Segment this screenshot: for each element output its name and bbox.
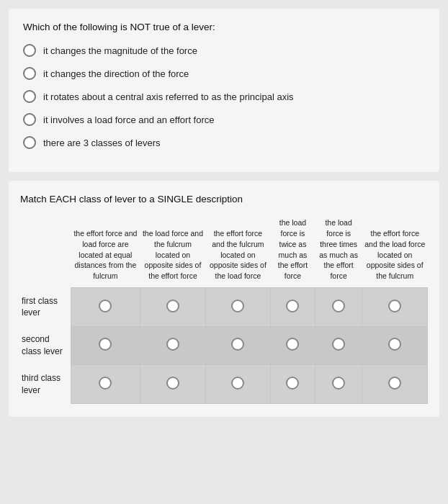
col-header-3: the effort force and the fulcrum located…	[205, 215, 270, 288]
match-cell-r3-c3[interactable]	[205, 365, 270, 404]
radio-1[interactable]	[23, 44, 36, 57]
match-radio-r3-c6[interactable]	[388, 377, 401, 390]
option-row-5: there are 3 classes of levers	[23, 136, 425, 149]
match-cell-r2-c1[interactable]	[71, 326, 140, 365]
match-cell-r1-c6[interactable]	[362, 288, 428, 327]
match-cell-r1-c3[interactable]	[205, 288, 270, 327]
match-radio-r3-c4[interactable]	[286, 377, 299, 390]
option-label-5: there are 3 classes of levers	[43, 138, 161, 148]
row-label-2: second class lever	[20, 326, 71, 365]
match-cell-r1-c2[interactable]	[140, 288, 205, 327]
question2-title: Match EACH class of lever to a SINGLE de…	[20, 194, 428, 204]
match-radio-r3-c5[interactable]	[332, 377, 345, 390]
radio-5[interactable]	[23, 136, 36, 149]
match-row-3: third class lever	[20, 365, 428, 404]
radio-3[interactable]	[23, 90, 36, 103]
row-label-3: third class lever	[20, 365, 71, 404]
option-label-4: it involves a load force and an effort f…	[43, 114, 215, 125]
match-cell-r2-c3[interactable]	[205, 326, 270, 365]
option-row-3: it rotates about a central axis referred…	[23, 90, 425, 103]
match-radio-r3-c3[interactable]	[231, 377, 244, 390]
match-radio-r1-c2[interactable]	[166, 300, 179, 312]
match-cell-r2-c6[interactable]	[362, 326, 428, 365]
option-row-1: it changes the magnitude of the force	[23, 44, 425, 57]
option-row-4: it involves a load force and an effort f…	[23, 113, 425, 126]
match-cell-r3-c2[interactable]	[140, 365, 205, 404]
match-radio-r2-c6[interactable]	[388, 338, 401, 351]
row-label-1: first class lever	[20, 288, 71, 327]
match-cell-r3-c6[interactable]	[362, 365, 428, 404]
match-radio-r1-c1[interactable]	[99, 300, 112, 312]
radio-4[interactable]	[23, 113, 36, 126]
col-header-6: the effort force and the load force loca…	[362, 215, 428, 288]
match-cell-r3-c4[interactable]	[271, 365, 315, 404]
option-label-2: it changes the direction of the force	[43, 68, 189, 79]
option-label-1: it changes the magnitude of the force	[43, 45, 197, 56]
option-label-3: it rotates about a central axis referred…	[43, 91, 294, 102]
match-row-1: first class lever	[20, 288, 428, 327]
col-header-4: the load force is twice as much as the e…	[271, 215, 315, 288]
match-radio-r2-c3[interactable]	[231, 338, 244, 351]
match-radio-r1-c4[interactable]	[286, 300, 299, 312]
question1-title: Which of the following is NOT true of a …	[23, 22, 425, 32]
match-radio-r1-c5[interactable]	[332, 300, 345, 312]
match-cell-r1-c5[interactable]	[315, 288, 362, 327]
match-table: the effort force and load force are loca…	[20, 215, 428, 404]
question1-section: Which of the following is NOT true of a …	[9, 9, 439, 172]
match-cell-r3-c5[interactable]	[315, 365, 362, 404]
match-cell-r1-c4[interactable]	[271, 288, 315, 327]
match-cell-r3-c1[interactable]	[71, 365, 140, 404]
question2-section: Match EACH class of lever to a SINGLE de…	[9, 181, 439, 417]
match-radio-r2-c2[interactable]	[166, 338, 179, 351]
match-radio-r2-c1[interactable]	[99, 338, 112, 351]
match-radio-r3-c1[interactable]	[99, 377, 112, 390]
option-row-2: it changes the direction of the force	[23, 67, 425, 80]
match-cell-r2-c5[interactable]	[315, 326, 362, 365]
match-radio-r2-c5[interactable]	[332, 338, 345, 351]
match-cell-r2-c4[interactable]	[271, 326, 315, 365]
match-cell-r1-c1[interactable]	[71, 288, 140, 327]
col-header-5: the load force is three times as much as…	[315, 215, 362, 288]
col-header-2: the load force and the fulcrum located o…	[140, 215, 205, 288]
match-row-2: second class lever	[20, 326, 428, 365]
match-radio-r1-c6[interactable]	[388, 300, 401, 312]
match-cell-r2-c2[interactable]	[140, 326, 205, 365]
match-radio-r1-c3[interactable]	[231, 300, 244, 312]
match-radio-r2-c4[interactable]	[286, 338, 299, 351]
match-radio-r3-c2[interactable]	[166, 377, 179, 390]
radio-2[interactable]	[23, 67, 36, 80]
col-header-1: the effort force and load force are loca…	[71, 215, 140, 288]
